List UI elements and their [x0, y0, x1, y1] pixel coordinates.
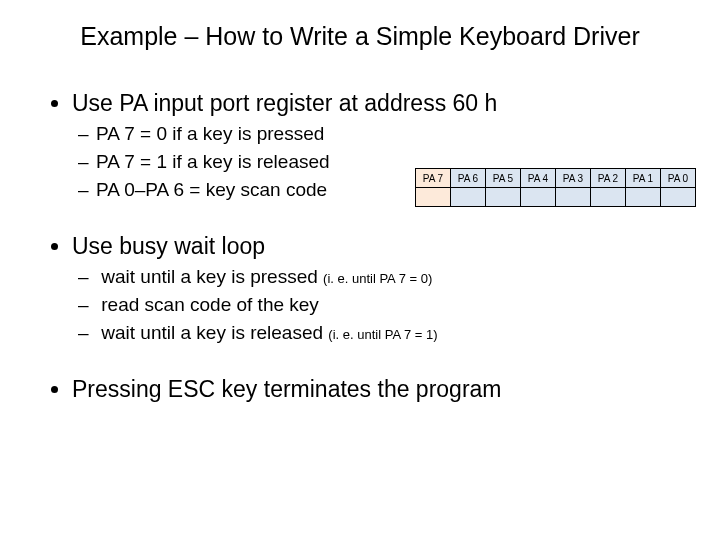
slide-content: Use PA input port register at address 60… [48, 90, 688, 409]
sub-item: wait until a key is released (i. e. unti… [96, 322, 688, 344]
bullet-list: Use PA input port register at address 60… [48, 90, 688, 403]
bullet-text: Use PA input port register at address 60… [72, 90, 497, 116]
bit-row-labels: PA 7 PA 6 PA 5 PA 4 PA 3 PA 2 PA 1 PA 0 [416, 169, 696, 188]
sub-item: wait until a key is pressed (i. e. until… [96, 266, 688, 288]
bit-cell: PA 2 [591, 169, 626, 188]
bit-cell: PA 3 [556, 169, 591, 188]
bit-cell-empty [626, 188, 661, 207]
bit-cell: PA 1 [626, 169, 661, 188]
bit-cell-empty [451, 188, 486, 207]
bullet-text: Pressing ESC key terminates the program [72, 376, 502, 402]
bit-cell: PA 4 [521, 169, 556, 188]
sub-main: wait until a key is released [101, 322, 328, 343]
bit-cell-empty [661, 188, 696, 207]
sub-note: (i. e. until PA 7 = 1) [328, 327, 437, 342]
bit-cell-empty [486, 188, 521, 207]
bit-cell-empty [521, 188, 556, 207]
bit-cell: PA 6 [451, 169, 486, 188]
bit-cell-empty [416, 188, 451, 207]
bit-table: PA 7 PA 6 PA 5 PA 4 PA 3 PA 2 PA 1 PA 0 [415, 168, 696, 207]
spacer [72, 362, 688, 376]
bit-cell: PA 0 [661, 169, 696, 188]
sub-note: (i. e. until PA 7 = 0) [323, 271, 432, 286]
bit-cell: PA 5 [486, 169, 521, 188]
slide-title: Example – How to Write a Simple Keyboard… [0, 22, 720, 51]
sub-item: PA 7 = 0 if a key is pressed [96, 123, 688, 145]
sub-main: wait until a key is pressed [101, 266, 323, 287]
bullet-esc: Pressing ESC key terminates the program [72, 376, 688, 403]
bit-cell-empty [591, 188, 626, 207]
sub-list-2: wait until a key is pressed (i. e. until… [72, 266, 688, 344]
bit-cell-empty [556, 188, 591, 207]
sub-item: read scan code of the key [96, 294, 688, 316]
bit-cell-pa7: PA 7 [416, 169, 451, 188]
sub-main: read scan code of the key [101, 294, 319, 315]
bullet-text: Use busy wait loop [72, 233, 265, 259]
bullet-busy-wait: Use busy wait loop wait until a key is p… [72, 233, 688, 344]
spacer [72, 219, 688, 233]
bit-row-empty [416, 188, 696, 207]
slide: Example – How to Write a Simple Keyboard… [0, 0, 720, 540]
